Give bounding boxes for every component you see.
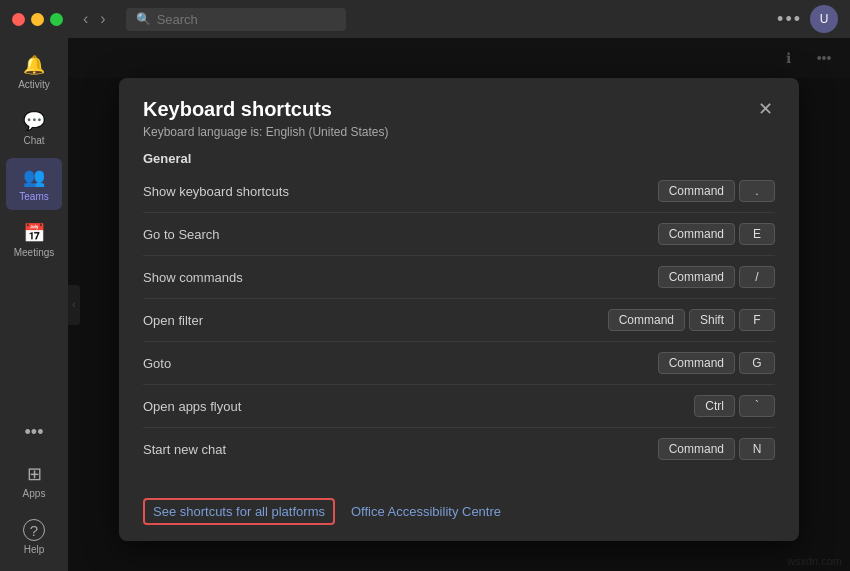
shortcut-keys-show-keyboard: Command . <box>658 180 775 202</box>
key-command-6: Command <box>658 438 735 460</box>
key-f-3: F <box>739 309 775 331</box>
sidebar-item-teams[interactable]: 👥 Teams <box>6 158 62 210</box>
teams-icon: 👥 <box>23 166 45 188</box>
title-bar-actions: ••• U <box>777 5 838 33</box>
main-layout: 🔔 Activity 💬 Chat 👥 Teams 📅 Meetings •••… <box>0 38 850 571</box>
sidebar-item-activity[interactable]: 🔔 Activity <box>6 46 62 98</box>
shortcut-name-show-commands: Show commands <box>143 270 243 285</box>
key-backtick-5: ` <box>739 395 775 417</box>
sidebar-item-more[interactable]: ••• <box>6 414 62 451</box>
shortcut-name-open-apps: Open apps flyout <box>143 399 241 414</box>
sidebar-label-activity: Activity <box>18 79 50 90</box>
nav-buttons: ‹ › <box>79 8 110 30</box>
meetings-icon: 📅 <box>23 222 45 244</box>
chat-icon: 💬 <box>23 110 45 132</box>
see-shortcuts-link[interactable]: See shortcuts for all platforms <box>143 498 335 525</box>
modal-backdrop: Keyboard shortcuts Keyboard language is:… <box>68 38 850 571</box>
modal-title-block: Keyboard shortcuts Keyboard language is:… <box>143 98 388 139</box>
key-command-2: Command <box>658 266 735 288</box>
key-command-3: Command <box>608 309 685 331</box>
shortcut-name-goto: Goto <box>143 356 171 371</box>
title-bar: ‹ › 🔍 ••• U <box>0 0 850 38</box>
sidebar-item-help[interactable]: ? Help <box>6 511 62 563</box>
avatar: U <box>810 5 838 33</box>
traffic-lights <box>12 13 63 26</box>
shortcut-name-open-filter: Open filter <box>143 313 203 328</box>
sidebar-label-chat: Chat <box>23 135 44 146</box>
search-input[interactable] <box>157 12 317 27</box>
key-dot-0: . <box>739 180 775 202</box>
shortcut-row-new-chat: Start new chat Command N <box>143 428 775 470</box>
sidebar: 🔔 Activity 💬 Chat 👥 Teams 📅 Meetings •••… <box>0 38 68 571</box>
shortcut-keys-open-filter: Command Shift F <box>608 309 775 331</box>
more-options-button[interactable]: ••• <box>777 9 802 30</box>
key-command-0: Command <box>658 180 735 202</box>
search-icon: 🔍 <box>136 12 151 26</box>
help-icon: ? <box>23 519 45 541</box>
shortcut-keys-goto: Command G <box>658 352 775 374</box>
maximize-button[interactable] <box>50 13 63 26</box>
section-general-title: General <box>143 151 775 166</box>
shortcut-row-show-keyboard: Show keyboard shortcuts Command . <box>143 170 775 213</box>
key-g-4: G <box>739 352 775 374</box>
search-bar: 🔍 <box>126 8 346 31</box>
modal-header: Keyboard shortcuts Keyboard language is:… <box>119 78 799 151</box>
key-slash-2: / <box>739 266 775 288</box>
sidebar-item-chat[interactable]: 💬 Chat <box>6 102 62 154</box>
key-shift-3: Shift <box>689 309 735 331</box>
shortcut-row-show-commands: Show commands Command / <box>143 256 775 299</box>
shortcut-row-open-filter: Open filter Command Shift F <box>143 299 775 342</box>
apps-icon: ⊞ <box>27 463 42 485</box>
close-button[interactable] <box>12 13 25 26</box>
shortcut-row-open-apps: Open apps flyout Ctrl ` <box>143 385 775 428</box>
modal-subtitle: Keyboard language is: English (United St… <box>143 125 388 139</box>
back-button[interactable]: ‹ <box>79 8 92 30</box>
modal-footer: See shortcuts for all platforms Office A… <box>119 486 799 541</box>
content-area: ℹ ••• ‹ Keyboard shortcuts Keyboard lang… <box>68 38 850 571</box>
shortcut-name-go-to-search: Go to Search <box>143 227 220 242</box>
shortcut-keys-new-chat: Command N <box>658 438 775 460</box>
keyboard-shortcuts-modal: Keyboard shortcuts Keyboard language is:… <box>119 78 799 541</box>
accessibility-centre-link[interactable]: Office Accessibility Centre <box>351 504 501 519</box>
shortcut-keys-open-apps: Ctrl ` <box>694 395 775 417</box>
shortcut-row-go-to-search: Go to Search Command E <box>143 213 775 256</box>
key-ctrl-5: Ctrl <box>694 395 735 417</box>
modal-body: General Show keyboard shortcuts Command … <box>119 151 799 486</box>
modal-title: Keyboard shortcuts <box>143 98 388 121</box>
more-icon: ••• <box>25 422 44 443</box>
sidebar-more: ••• ⊞ Apps ? Help <box>6 414 62 563</box>
sidebar-label-teams: Teams <box>19 191 48 202</box>
key-e-1: E <box>739 223 775 245</box>
sidebar-item-apps[interactable]: ⊞ Apps <box>6 455 62 507</box>
forward-button[interactable]: › <box>96 8 109 30</box>
shortcut-name-show-keyboard: Show keyboard shortcuts <box>143 184 289 199</box>
sidebar-label-meetings: Meetings <box>14 247 55 258</box>
key-command-4: Command <box>658 352 735 374</box>
sidebar-label-help: Help <box>24 544 45 555</box>
activity-icon: 🔔 <box>23 54 45 76</box>
sidebar-item-meetings[interactable]: 📅 Meetings <box>6 214 62 266</box>
minimize-button[interactable] <box>31 13 44 26</box>
shortcut-name-new-chat: Start new chat <box>143 442 226 457</box>
modal-close-button[interactable]: ✕ <box>756 98 775 120</box>
key-n-6: N <box>739 438 775 460</box>
shortcut-row-goto: Goto Command G <box>143 342 775 385</box>
key-command-1: Command <box>658 223 735 245</box>
sidebar-label-apps: Apps <box>23 488 46 499</box>
shortcut-keys-go-to-search: Command E <box>658 223 775 245</box>
shortcut-keys-show-commands: Command / <box>658 266 775 288</box>
